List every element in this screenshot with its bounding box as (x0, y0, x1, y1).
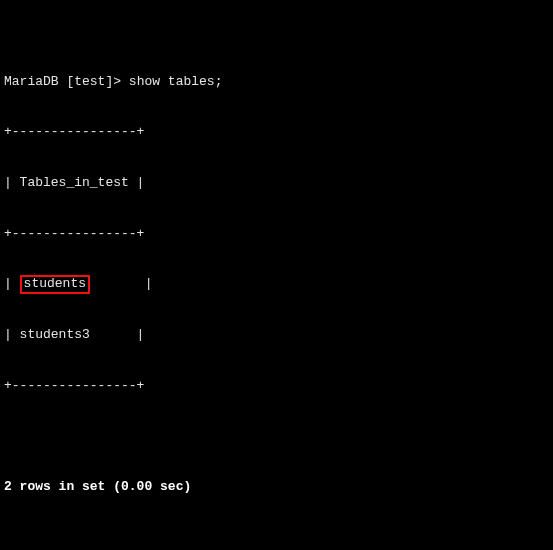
table-rule: +----------------+ (4, 226, 549, 243)
sql-command: show tables; (129, 74, 223, 89)
highlight-box: students (20, 275, 90, 293)
prompt-line[interactable]: MariaDB [test]> show tables; (4, 74, 549, 91)
terminal-output: MariaDB [test]> show tables; +----------… (0, 0, 553, 550)
table-rule: +----------------+ (4, 378, 549, 395)
table-row: | students | (4, 276, 549, 293)
blank-line (4, 428, 549, 445)
table-header-row: | Tables_in_test | (4, 175, 549, 192)
table-rule: +----------------+ (4, 124, 549, 141)
result-summary: 2 rows in set (0.00 sec) (4, 479, 549, 496)
table-row: | students3 | (4, 327, 549, 344)
blank-line (4, 530, 549, 547)
db-prompt: MariaDB [test]> (4, 74, 129, 89)
